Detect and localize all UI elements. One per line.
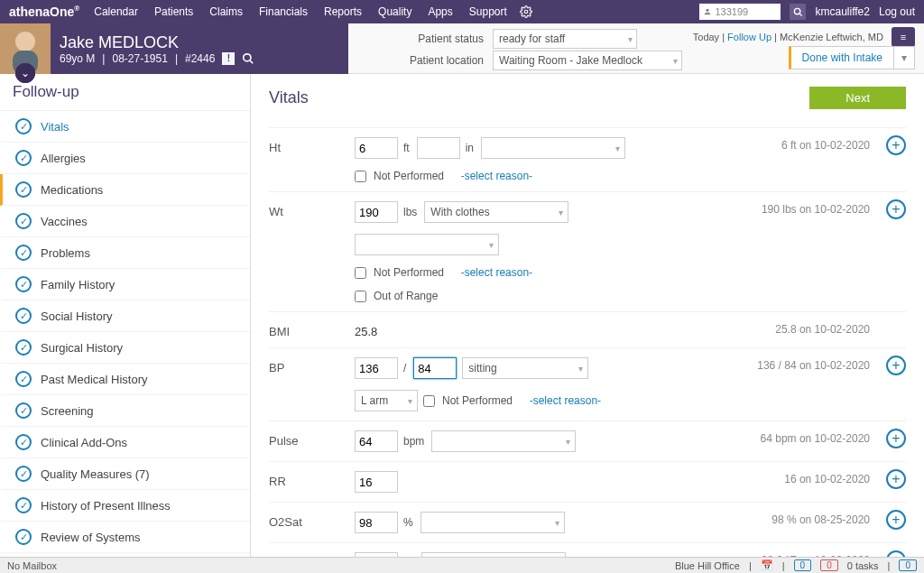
done-dropdown-icon[interactable]: ▾ — [894, 51, 914, 64]
patient-header: ⌄ Jake MEDLOCK 69yo M | 08-27-1951 | #24… — [0, 23, 924, 74]
pulse-context-select[interactable] — [431, 430, 576, 452]
ht-ft-input[interactable] — [355, 137, 398, 159]
svg-line-8 — [250, 60, 254, 63]
done-with-intake-button[interactable]: Done with Intake▾ — [789, 46, 915, 69]
sidebar-item-label: Allergies — [41, 152, 86, 165]
rr-input[interactable] — [355, 471, 398, 493]
patient-dob: 08-27-1951 — [112, 52, 167, 65]
menu-icon[interactable]: ≡ — [892, 27, 915, 47]
bp-history: 136 / 84 on 10-02-2020 — [757, 359, 870, 372]
calendar-icon[interactable]: 📅 — [761, 559, 773, 571]
nav-support[interactable]: Support — [469, 5, 507, 18]
wt-reason-link[interactable]: -select reason- — [461, 266, 532, 279]
sidebar-item-history-of-present-illness[interactable]: ✓History of Present Illness — [0, 490, 250, 522]
nav-financials[interactable]: Financials — [259, 5, 308, 18]
wt-context-select[interactable]: With clothes — [424, 201, 568, 223]
wt-add-icon[interactable]: + — [886, 199, 906, 219]
bp-reason-link[interactable]: -select reason- — [530, 394, 601, 407]
expand-chevron-icon[interactable]: ⌄ — [15, 63, 35, 83]
badge-last[interactable]: 0 — [899, 559, 917, 571]
badge-red[interactable]: 0 — [820, 559, 838, 571]
ht-context-select[interactable] — [481, 137, 625, 159]
bmi-history: 25.8 on 10-02-2020 — [775, 323, 870, 336]
pulse-input[interactable] — [355, 430, 398, 452]
sidebar-title: Follow-up — [0, 74, 250, 111]
sidebar-item-screening[interactable]: ✓Screening — [0, 395, 250, 427]
patient-status-select[interactable]: ready for staff — [493, 29, 637, 49]
sidebar-item-label: Past Medical History — [41, 373, 147, 386]
check-icon: ✓ — [15, 371, 32, 387]
sidebar-item-clinical-add-ons[interactable]: ✓Clinical Add-Ons — [0, 427, 250, 458]
check-icon: ✓ — [15, 118, 32, 134]
sidebar-item-label: Problems — [41, 246, 90, 260]
tasks-count[interactable]: 0 tasks — [847, 560, 879, 571]
user-search-box[interactable]: 133199 — [699, 4, 781, 20]
check-icon: ✓ — [15, 308, 32, 324]
sidebar-item-label: Vaccines — [41, 215, 88, 228]
rr-history: 16 on 10-02-2020 — [784, 473, 870, 485]
wt-not-performed-check[interactable] — [355, 267, 366, 279]
nav-claims[interactable]: Claims — [209, 5, 243, 18]
sidebar-item-past-medical-history[interactable]: ✓Past Medical History — [0, 364, 250, 395]
sidebar-item-family-history[interactable]: ✓Family History — [0, 269, 250, 300]
ht-reason-link[interactable]: -select reason- — [461, 170, 532, 182]
vital-row-wt: Wt lbs With clothes Not Performed -selec… — [269, 191, 906, 311]
bp-dia-input[interactable] — [413, 357, 457, 379]
followup-link[interactable]: Follow Up — [727, 32, 772, 42]
nav-apps[interactable]: Apps — [428, 5, 452, 18]
wt-extra-select[interactable] — [355, 234, 499, 255]
bp-site-select[interactable]: L arm — [355, 390, 418, 411]
nav-quality[interactable]: Quality — [378, 5, 411, 18]
bp-add-icon[interactable]: + — [886, 356, 906, 375]
patient-search-icon[interactable] — [242, 52, 254, 65]
wt-out-of-range-check[interactable] — [355, 291, 366, 302]
sidebar-item-surgical-history[interactable]: ✓Surgical History — [0, 332, 250, 364]
nav-calendar[interactable]: Calendar — [94, 5, 138, 18]
patient-location-select[interactable]: Waiting Room - Jake Medlock — [493, 51, 682, 70]
sidebar-item-label: Medications — [41, 183, 103, 197]
check-icon: ✓ — [15, 213, 32, 229]
alert-icon[interactable]: ! — [222, 52, 235, 65]
nav-reports[interactable]: Reports — [324, 5, 362, 18]
ht-in-input[interactable] — [417, 137, 460, 159]
o2-context-select[interactable] — [420, 512, 565, 533]
ht-history: 6 ft on 10-02-2020 — [781, 139, 870, 152]
search-icon — [793, 7, 803, 17]
wt-input[interactable] — [355, 201, 398, 223]
logout-link[interactable]: Log out — [879, 5, 915, 18]
check-icon: ✓ — [15, 181, 32, 198]
sidebar-item-vaccines[interactable]: ✓Vaccines — [0, 206, 250, 237]
rr-add-icon[interactable]: + — [886, 469, 906, 489]
pulse-add-icon[interactable]: + — [886, 429, 906, 448]
o2-add-icon[interactable]: + — [886, 510, 906, 530]
vital-row-bp: BP / sitting L arm Not Performed -select… — [269, 347, 906, 421]
bp-not-performed-check[interactable] — [423, 395, 435, 407]
sidebar-item-quality-measures-[interactable]: ✓Quality Measures (7) — [0, 458, 250, 490]
sidebar-item-label: Surgical History — [41, 341, 123, 355]
username-link[interactable]: kmcauliffe2 — [815, 5, 869, 18]
status-bar: No Mailbox Blue Hill Office | 📅 | 0 0 0 … — [0, 557, 924, 573]
check-icon: ✓ — [15, 402, 32, 419]
search-button[interactable] — [790, 4, 806, 20]
sidebar-item-review-of-systems[interactable]: ✓Review of Systems — [0, 522, 250, 553]
sidebar-item-problems[interactable]: ✓Problems — [0, 237, 250, 269]
main-nav: Calendar Patients Claims Financials Repo… — [94, 5, 507, 18]
next-button[interactable]: Next — [809, 87, 906, 109]
patient-avatar[interactable]: ⌄ — [0, 23, 51, 74]
bp-sys-input[interactable] — [355, 357, 398, 379]
sidebar: Follow-up ✓Vitals✓Allergies✓Medications✓… — [0, 74, 251, 557]
nav-patients[interactable]: Patients — [154, 5, 193, 18]
encounter-controls: Today | Follow Up | McKenzie Leftwich, M… — [348, 23, 924, 74]
o2-history: 98 % on 08-25-2020 — [772, 513, 870, 526]
bp-position-select[interactable]: sitting — [462, 357, 588, 379]
badge-blue[interactable]: 0 — [794, 559, 812, 571]
vital-row-pulse: Pulse bpm 64 bpm on 10-02-2020 + — [269, 421, 906, 461]
sidebar-item-allergies[interactable]: ✓Allergies — [0, 143, 250, 174]
ht-add-icon[interactable]: + — [886, 135, 906, 155]
sidebar-item-vitals[interactable]: ✓Vitals — [0, 111, 250, 143]
settings-gear-icon[interactable] — [520, 5, 532, 18]
ht-not-performed-check[interactable] — [355, 171, 366, 182]
sidebar-item-medications[interactable]: ✓Medications — [0, 174, 250, 206]
o2-input[interactable] — [355, 512, 398, 533]
sidebar-item-social-history[interactable]: ✓Social History — [0, 300, 250, 332]
